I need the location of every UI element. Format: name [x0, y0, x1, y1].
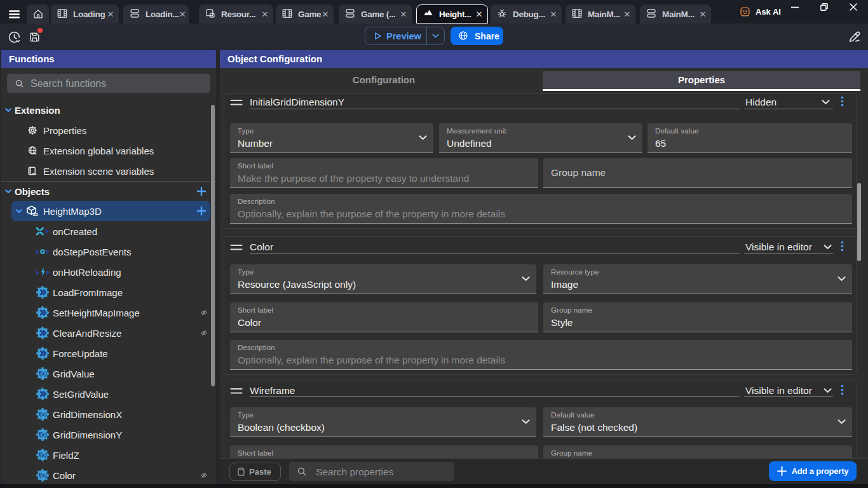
svg-text:3D: 3D: [33, 212, 39, 217]
svg-text:f(x): f(x): [39, 371, 47, 377]
svg-text:f(x): f(x): [39, 452, 47, 458]
svg-text:f(x): f(x): [39, 473, 47, 478]
svg-text:f(x): f(x): [39, 412, 47, 417]
svg-text:f(x): f(x): [39, 432, 47, 438]
